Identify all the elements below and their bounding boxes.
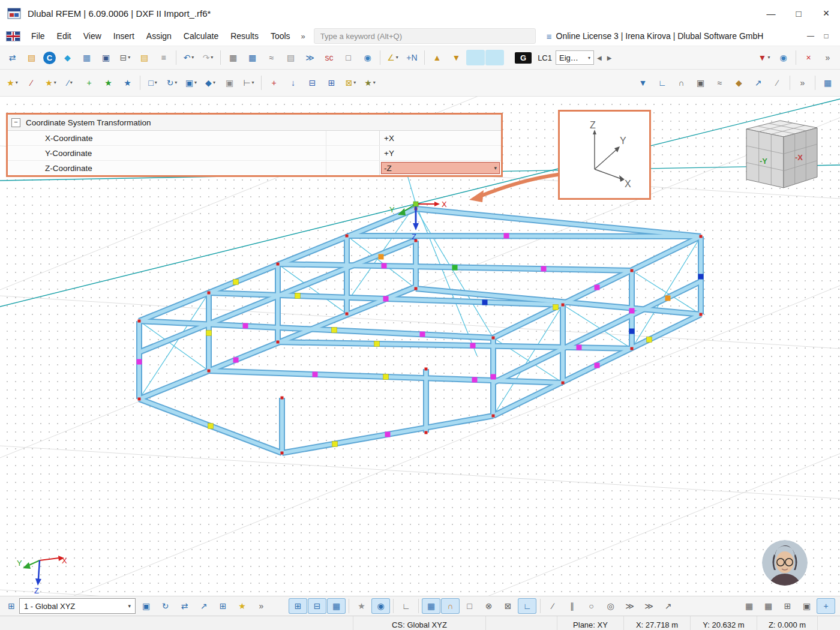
generated-load-icon[interactable]: ★▾ xyxy=(361,75,379,91)
ribbon-layout-icon[interactable]: □ xyxy=(818,29,834,43)
move-copy-icon[interactable]: ▣ xyxy=(137,598,155,614)
slope-tool-icon[interactable]: ∕ xyxy=(768,75,787,91)
scale-icon[interactable]: sc xyxy=(320,50,338,65)
ellipse-icon[interactable]: ◎ xyxy=(601,598,620,614)
table-layout-icon[interactable]: ▦ xyxy=(818,75,837,91)
delete-results-icon[interactable]: × xyxy=(799,50,818,65)
chevron-icon[interactable]: ≫ xyxy=(640,598,658,614)
new-polyline-icon[interactable]: ∕▾ xyxy=(61,75,79,91)
stretch-objects-icon[interactable]: ↗ xyxy=(194,598,213,614)
dimension-icon[interactable]: ⊢▾ xyxy=(239,75,258,91)
user-view-icon[interactable]: ↗ xyxy=(749,75,767,91)
table-grid-1-icon[interactable]: ▦ xyxy=(740,598,758,614)
menu-view[interactable]: View xyxy=(77,28,107,44)
merge-objects-icon[interactable]: ⊞ xyxy=(214,598,232,614)
new-line-icon[interactable]: ∕ xyxy=(22,75,41,91)
menu-calculate[interactable]: Calculate xyxy=(178,28,224,44)
star-tool-icon[interactable]: ★ xyxy=(233,598,251,614)
snap-magnet-icon[interactable]: ∩ xyxy=(441,598,460,614)
visibility-eye-icon[interactable]: ◉ xyxy=(371,598,390,614)
mirror-objects-icon[interactable]: ⇄ xyxy=(175,598,194,614)
lower-level-icon[interactable]: ▼ xyxy=(447,50,466,65)
visibility-block-2-icon[interactable] xyxy=(485,50,504,65)
new-solid-icon[interactable]: ▣▾ xyxy=(182,75,200,91)
wave-icon[interactable]: ≈ xyxy=(710,75,729,91)
edit-object-icon[interactable]: ★▾ xyxy=(3,75,22,91)
free-load-icon[interactable]: ⊠▾ xyxy=(341,75,360,91)
arrow-icon[interactable]: ↗ xyxy=(659,598,677,614)
parallel-icon[interactable]: ∥ xyxy=(563,598,581,614)
new-star-blue-icon[interactable]: ★ xyxy=(118,75,137,91)
more-edit-icon[interactable]: » xyxy=(252,598,271,614)
print-icon[interactable]: ⊟▾ xyxy=(116,50,134,65)
menu-insert[interactable]: Insert xyxy=(107,28,140,44)
dlubal-online-icon[interactable]: C xyxy=(43,52,56,64)
menu-edit[interactable]: Edit xyxy=(51,28,77,44)
display-globe-icon[interactable]: ◉ xyxy=(774,50,793,65)
model-viewport[interactable]: X Y Z X Y Z xyxy=(0,97,840,596)
clipping-plane-icon[interactable]: ∟ xyxy=(653,75,671,91)
filter-loads-icon[interactable]: ▼▾ xyxy=(755,50,773,65)
new-node-icon[interactable]: ★▾ xyxy=(41,75,60,91)
guidelines-icon[interactable]: ▦ xyxy=(327,598,346,614)
new-support-icon[interactable]: + xyxy=(265,75,283,91)
grid-view-icon[interactable]: ⊞ xyxy=(289,598,307,614)
menu-overflow-chevron[interactable]: » xyxy=(298,32,309,41)
navigation-cube[interactable]: -Y -X xyxy=(733,117,823,201)
report-view-icon[interactable]: ▤ xyxy=(281,50,300,65)
rotate-objects-icon[interactable]: ↻ xyxy=(156,598,175,614)
rendering-icon[interactable]: ◆ xyxy=(58,50,77,65)
work-plane-icon[interactable]: ∠▾ xyxy=(383,50,402,65)
maximize-button[interactable]: □ xyxy=(785,0,812,26)
diagram-icon[interactable]: ≈ xyxy=(262,50,281,65)
model-nodes[interactable] xyxy=(137,208,704,455)
new-surface-icon[interactable]: □▾ xyxy=(143,75,162,91)
rotate-3d-icon[interactable]: ↻▾ xyxy=(163,75,181,91)
table-icon[interactable]: ▦ xyxy=(224,50,242,65)
new-star-green-icon[interactable]: ★ xyxy=(99,75,118,91)
snap-node-icon[interactable]: □ xyxy=(460,598,479,614)
structural-model[interactable] xyxy=(137,208,704,455)
open-file-icon[interactable]: ▤ xyxy=(22,50,41,65)
camera-icon[interactable]: ▣ xyxy=(691,75,710,91)
nodal-load-icon[interactable]: ↓ xyxy=(284,75,302,91)
snap-crossing-icon[interactable]: ⊠ xyxy=(499,598,517,614)
next-load-case-icon[interactable]: ▶ xyxy=(605,55,614,61)
circle-icon[interactable]: ○ xyxy=(582,598,601,614)
printout-report-icon[interactable]: ≡ xyxy=(154,50,173,65)
ribbon-minimize-icon[interactable]: — xyxy=(803,29,818,43)
sheet-icon[interactable]: □ xyxy=(339,50,358,65)
menu-results[interactable]: Results xyxy=(224,28,265,44)
snap-perpendicular-icon[interactable]: ∟ xyxy=(518,598,536,614)
import-icon[interactable]: ⇄ xyxy=(3,50,22,65)
more-tools1-icon[interactable]: » xyxy=(818,50,837,65)
layers-icon[interactable]: ▣ xyxy=(797,598,816,614)
collapse-icon[interactable]: − xyxy=(11,118,20,127)
offset-icon[interactable]: ≫ xyxy=(620,598,639,614)
coordinate-system-combo[interactable]: 1 - Global XYZ ▾ xyxy=(19,598,136,614)
table-grid-2-icon[interactable]: ▦ xyxy=(759,598,778,614)
save-icon[interactable]: ▣ xyxy=(97,50,115,65)
new-block-icon[interactable]: ◆▾ xyxy=(201,75,220,91)
report-icon[interactable]: ▤ xyxy=(135,50,154,65)
object-star-icon[interactable]: ★ xyxy=(352,598,371,614)
plane-offset-icon[interactable]: +N xyxy=(403,50,421,65)
menu-file[interactable]: File xyxy=(25,28,51,44)
minimize-button[interactable]: — xyxy=(757,0,785,26)
globe-icon[interactable]: ◉ xyxy=(358,50,377,65)
load-type-g-badge[interactable]: G xyxy=(515,52,532,64)
coordinate-value-cell[interactable]: +Y xyxy=(379,146,501,160)
pencil-icon[interactable]: ∕ xyxy=(544,598,562,614)
previous-load-case-icon[interactable]: ◀ xyxy=(595,55,604,61)
coordinate-value-cell[interactable]: +X xyxy=(379,131,501,145)
filter-view-icon[interactable]: ▼ xyxy=(634,75,652,91)
grid-settings-icon[interactable]: ⊟ xyxy=(308,598,326,614)
raise-level-icon[interactable]: ▲ xyxy=(428,50,446,65)
visibility-block-1-icon[interactable] xyxy=(466,50,485,65)
close-button[interactable]: × xyxy=(812,0,840,26)
spreadsheet-icon[interactable]: ▦ xyxy=(243,50,262,65)
table-grid-3-icon[interactable]: ⊞ xyxy=(778,598,797,614)
new-node-green-icon[interactable]: + xyxy=(80,75,98,91)
menu-tools[interactable]: Tools xyxy=(265,28,296,44)
snap-intersection-icon[interactable]: ⊗ xyxy=(479,598,498,614)
